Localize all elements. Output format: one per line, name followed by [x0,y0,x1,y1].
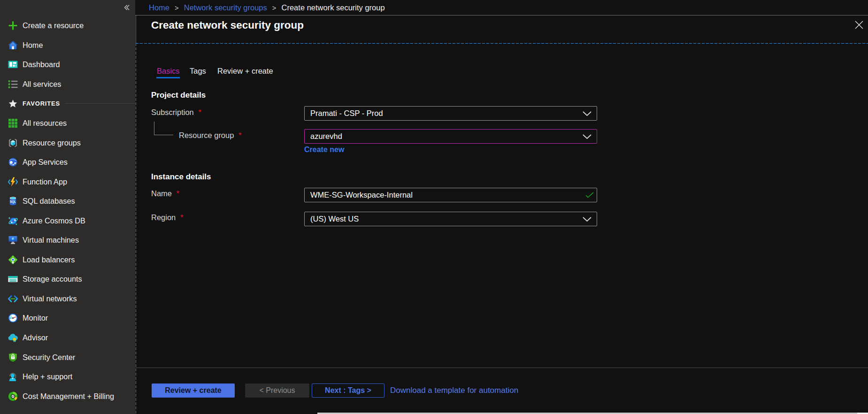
svg-text:$: $ [12,395,14,399]
svg-text:SQL: SQL [10,200,16,204]
